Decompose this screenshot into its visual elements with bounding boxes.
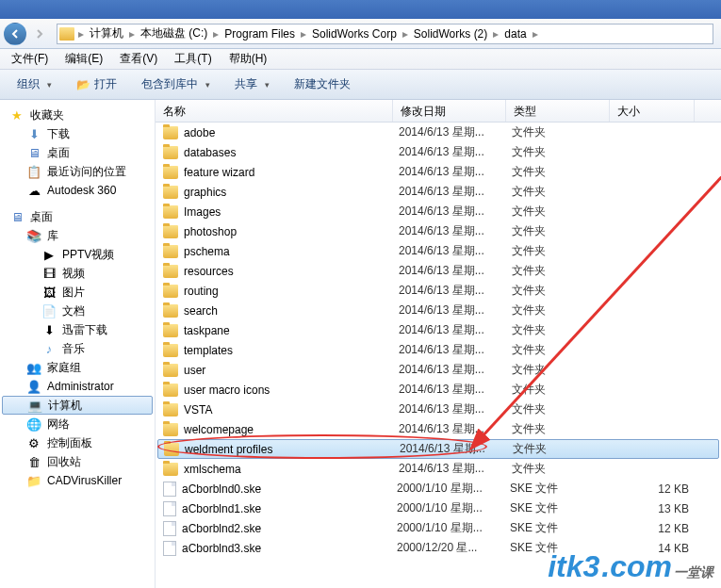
file-row[interactable]: graphics2014/6/13 星期...文件夹 (156, 182, 721, 202)
file-type: SKE 文件 (510, 540, 614, 556)
sidebar-cadvirus[interactable]: 📁CADVirusKiller (0, 471, 155, 490)
file-row[interactable]: taskpane2014/6/13 星期...文件夹 (156, 320, 721, 340)
breadcrumb-item[interactable]: 本地磁盘 (C:) (137, 24, 211, 43)
file-row[interactable]: templates2014/6/13 星期...文件夹 (156, 340, 721, 360)
file-name: VSTA (184, 403, 399, 416)
col-header-type[interactable]: 类型 (506, 100, 610, 122)
file-row[interactable]: aCborblnd0.ske2000/1/10 星期...SKE 文件12 KB (156, 479, 721, 498)
file-type: 文件夹 (513, 441, 616, 457)
arrow-left-icon (9, 28, 21, 40)
user-icon: 👤 (26, 379, 41, 394)
arrow-right-icon (34, 28, 45, 40)
organize-button[interactable]: 组织 (8, 73, 61, 96)
folder-icon (163, 463, 178, 476)
folder-icon: 📁 (26, 473, 41, 488)
col-header-date[interactable]: 修改日期 (393, 100, 506, 122)
file-row[interactable]: aCborblnd3.ske2000/12/20 星...SKE 文件14 KB (156, 538, 721, 558)
titlebar (0, 0, 721, 19)
menu-view[interactable]: 查看(V) (112, 49, 165, 69)
breadcrumb-item[interactable]: SolidWorks (2) (410, 24, 491, 43)
nav-forward-button[interactable] (28, 23, 51, 45)
file-name: feature wizard (184, 166, 399, 179)
chevron-right-icon: ▸ (401, 27, 410, 41)
sidebar-admin[interactable]: 👤Administrator (0, 377, 155, 396)
breadcrumb-item[interactable]: data (500, 24, 530, 43)
file-row[interactable]: aCborblnd2.ske2000/1/10 星期...SKE 文件12 KB (156, 518, 721, 538)
menu-tools[interactable]: 工具(T) (167, 49, 219, 69)
new-folder-button[interactable]: 新建文件夹 (285, 73, 360, 96)
file-icon (163, 482, 176, 497)
sidebar-network[interactable]: 🌐网络 (0, 415, 155, 433)
video-icon: 🎞 (41, 266, 57, 281)
sidebar-favorites[interactable]: ★收藏夹 (0, 106, 155, 124)
breadcrumb[interactable]: ▸ 计算机 ▸ 本地磁盘 (C:) ▸ Program Files ▸ Soli… (57, 24, 713, 44)
sidebar-label: 收藏夹 (30, 107, 64, 123)
nav-back-button[interactable] (4, 23, 26, 45)
file-row[interactable]: databases2014/6/13 星期...文件夹 (156, 142, 721, 162)
file-row[interactable]: resources2014/6/13 星期...文件夹 (156, 261, 721, 281)
sidebar-recycle[interactable]: 🗑回收站 (0, 452, 155, 471)
menu-help[interactable]: 帮助(H) (221, 49, 275, 69)
file-type: SKE 文件 (510, 481, 614, 497)
file-row[interactable]: weldment profiles2014/6/13 星期...文件夹 (157, 439, 719, 459)
share-button[interactable]: 共享 (225, 73, 279, 96)
file-size: 12 KB (614, 522, 689, 535)
file-date: 2014/6/13 星期... (399, 401, 512, 417)
sidebar-music[interactable]: ♪音乐 (0, 339, 155, 358)
sidebar-downloads[interactable]: ⬇下载 (0, 124, 155, 143)
breadcrumb-item[interactable]: SolidWorks Corp (308, 24, 401, 43)
file-type: 文件夹 (512, 342, 615, 358)
network-icon: 🌐 (26, 416, 41, 432)
file-row[interactable]: user2014/6/13 星期...文件夹 (156, 360, 721, 380)
menubar: 文件(F) 编辑(E) 查看(V) 工具(T) 帮助(H) (0, 49, 721, 70)
sidebar-homegroup[interactable]: 👥家庭组 (0, 358, 155, 377)
file-row[interactable]: photoshop2014/6/13 星期...文件夹 (156, 221, 721, 241)
file-row[interactable]: welcomepage2014/6/13 星期...文件夹 (156, 419, 721, 439)
sidebar-documents[interactable]: 📄文档 (0, 302, 155, 320)
sidebar-pptv[interactable]: ▶PPTV视频 (0, 245, 155, 264)
file-date: 2014/6/13 星期... (399, 461, 512, 477)
file-row[interactable]: Images2014/6/13 星期...文件夹 (156, 202, 721, 221)
sidebar-pictures[interactable]: 🖼图片 (0, 283, 155, 302)
sidebar-videos[interactable]: 🎞视频 (0, 264, 155, 283)
file-row[interactable]: pschema2014/6/13 星期...文件夹 (156, 241, 721, 261)
sidebar-controlpanel[interactable]: ⚙控制面板 (0, 433, 155, 452)
sidebar-label: CADVirusKiller (47, 474, 122, 487)
desktop-icon: 🖥 (26, 145, 41, 160)
file-type: 文件夹 (512, 164, 615, 180)
col-header-size[interactable]: 大小 (610, 100, 695, 122)
col-header-name[interactable]: 名称 (156, 100, 393, 122)
sidebar-libraries[interactable]: 📚库 (0, 226, 155, 245)
file-list[interactable]: adobe2014/6/13 星期...文件夹databases2014/6/1… (156, 122, 721, 588)
file-row[interactable]: search2014/6/13 星期...文件夹 (156, 301, 721, 320)
menu-edit[interactable]: 编辑(E) (57, 49, 110, 69)
file-name: taskpane (184, 324, 399, 337)
sidebar-computer[interactable]: 💻计算机 (2, 396, 153, 415)
file-date: 2014/6/13 星期... (399, 223, 512, 239)
sidebar-label: 迅雷下载 (62, 322, 107, 338)
file-row[interactable]: adobe2014/6/13 星期...文件夹 (156, 122, 721, 142)
file-type: 文件夹 (512, 362, 615, 378)
file-row[interactable]: routing2014/6/13 星期...文件夹 (156, 281, 721, 301)
sidebar-desktop[interactable]: 🖥桌面 (0, 143, 155, 162)
sidebar-xunlei[interactable]: ⬇迅雷下载 (0, 320, 155, 339)
breadcrumb-item[interactable]: 计算机 (86, 24, 127, 43)
breadcrumb-item[interactable]: Program Files (221, 24, 299, 43)
folder-icon (163, 344, 178, 357)
folder-icon (163, 186, 178, 199)
file-date: 2000/1/10 星期... (397, 481, 510, 497)
open-button[interactable]: 📂 打开 (67, 73, 126, 96)
file-row[interactable]: user macro icons2014/6/13 星期...文件夹 (156, 380, 721, 400)
menu-file[interactable]: 文件(F) (4, 49, 56, 69)
sidebar-recent[interactable]: 📋最近访问的位置 (0, 162, 155, 181)
file-date: 2014/6/13 星期... (399, 283, 512, 299)
include-library-button[interactable]: 包含到库中 (132, 73, 220, 96)
sidebar-autodesk[interactable]: ☁Autodesk 360 (0, 181, 155, 200)
file-row[interactable]: feature wizard2014/6/13 星期...文件夹 (156, 162, 721, 182)
sidebar-desktop-root[interactable]: 🖥桌面 (0, 207, 155, 226)
file-row[interactable]: VSTA2014/6/13 星期...文件夹 (156, 400, 721, 419)
folder-icon (59, 27, 74, 41)
file-row[interactable]: aCborblnd1.ske2000/1/10 星期...SKE 文件13 KB (156, 498, 721, 518)
file-row[interactable]: xmlschema2014/6/13 星期...文件夹 (156, 459, 721, 479)
video-icon: ▶ (41, 247, 57, 262)
